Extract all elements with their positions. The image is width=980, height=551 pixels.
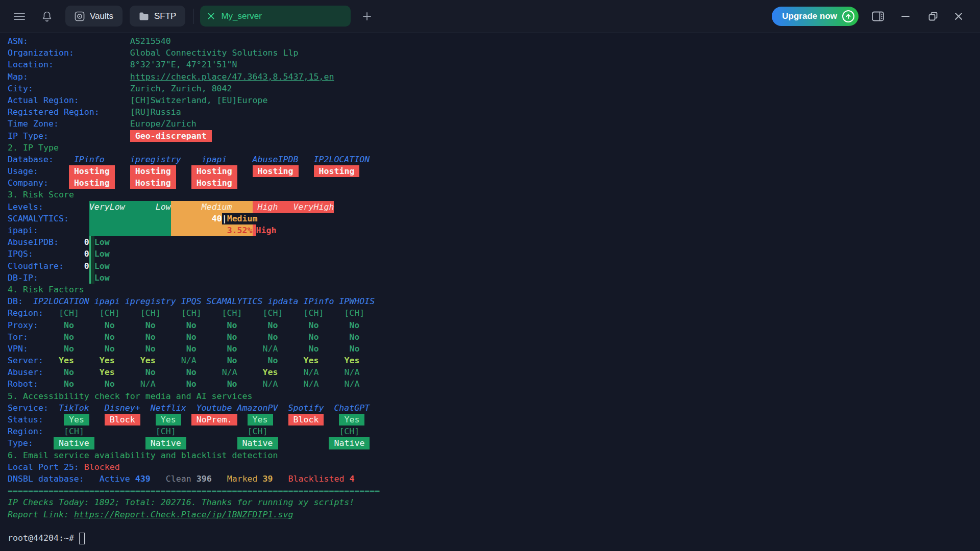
terminal-text: SCAMALYTICS: [8, 213, 89, 224]
terminal-text: Yes [339, 414, 364, 425]
terminal-text [94, 437, 145, 449]
terminal-text: No No No No No No No No [48, 331, 375, 343]
terminal-text: Service: [8, 402, 59, 414]
bar-strip [253, 224, 256, 236]
terminal-text: 39 [263, 473, 273, 485]
terminal-text: Native [145, 437, 186, 449]
terminal-text: [RU]Russia [130, 106, 181, 118]
tab-title: My_server [221, 11, 261, 21]
terminal-text: AbuseIPDB: [8, 236, 84, 248]
terminal-text: Yes [248, 414, 273, 425]
terminal-line: 2. IP Type [8, 142, 980, 154]
terminal-link[interactable]: https://Report.Check.Place/ip/1BNZFDIP1.… [74, 509, 293, 520]
upgrade-label: Upgrade now [782, 11, 837, 21]
terminal-text: Registered Region: [8, 106, 130, 118]
terminal-line: Proxy: No No No No No No No No [8, 319, 980, 331]
terminal-text [115, 177, 130, 189]
tabbar-divider [193, 9, 194, 24]
terminal-text: DB: [8, 295, 33, 307]
vaults-button[interactable]: Vaults [65, 6, 122, 27]
terminal-text: NoPrem. [191, 414, 237, 425]
terminal-text: High VeryHigh [253, 201, 334, 213]
terminal-line: IP Type: Geo-discrepant [8, 130, 980, 142]
terminal-line: Company: Hosting Hosting Hosting [8, 177, 980, 189]
terminal-line: 5. Accessibility check for media and AI … [8, 390, 980, 402]
terminal-text: ASN: [8, 35, 130, 47]
terminal-text [140, 414, 156, 425]
terminal-line [8, 520, 980, 532]
terminal-text: Map: [8, 71, 130, 83]
terminal-line: Region: [CH] [CH] [CH] [CH] [8, 425, 980, 437]
terminal-link[interactable]: https://check.place/47.3643,8.5437,15,en [130, 71, 334, 83]
terminal-text [186, 437, 237, 449]
terminal-text: Block [105, 414, 140, 425]
plus-icon [362, 12, 372, 21]
hamburger-icon [13, 11, 26, 21]
upgrade-arrow-icon [842, 10, 854, 22]
terminal-text: 2. IP Type [8, 142, 59, 154]
terminal-text: 0 [84, 248, 89, 260]
terminal-line: 3. Risk Score [8, 189, 980, 201]
terminal-text [171, 213, 212, 224]
terminal-line: IP Checks Today: 1892; Total: 202716. Th… [8, 496, 980, 508]
terminal-text: Cloudflare: [8, 260, 84, 272]
terminal-text [89, 224, 171, 236]
terminal-text: ========================================… [8, 485, 380, 496]
terminal-text: Hosting [130, 165, 176, 177]
terminal-text: Database: [8, 154, 74, 165]
terminal-text [237, 414, 248, 425]
terminal-text: Yes [156, 414, 181, 425]
menu-button[interactable] [10, 7, 29, 26]
terminal-text: Native [237, 437, 278, 449]
terminal-text: N/A [212, 366, 253, 378]
terminal-line: Map: https://check.place/47.3643,8.5437,… [8, 71, 980, 83]
terminal-text: N/A [253, 343, 293, 355]
terminal-text: Hosting [253, 165, 299, 177]
terminal-text: Blocked [84, 461, 120, 473]
terminal-text: Proxy: [8, 319, 48, 331]
panel-toggle-button[interactable] [869, 7, 887, 26]
terminal-text: Organization: [8, 47, 130, 59]
terminal-text: Low [94, 260, 110, 272]
terminal-text: 6. Email service availability and blackl… [8, 449, 278, 461]
sftp-button[interactable]: SFTP [130, 6, 185, 27]
terminal-line: SCAMALYTICS: 40|Medium [8, 213, 980, 224]
terminal-text: 5. Accessibility check for media and AI … [8, 390, 253, 402]
terminal-text: Hosting [191, 177, 237, 189]
terminal-text: Block [288, 414, 324, 425]
close-button[interactable] [949, 7, 968, 26]
terminal-text [89, 213, 171, 224]
title-bar: Vaults SFTP My_server U [0, 0, 980, 33]
terminal-text: IPQS: [8, 248, 84, 260]
terminal-line: AbuseIPDB: 0Low [8, 236, 980, 248]
terminal-text: Native [329, 437, 370, 449]
terminal-text: Yes Yes [293, 355, 375, 366]
terminal-text: N/A [171, 355, 212, 366]
terminal-text: [CH] [CH] [CH] [CH] [CH] [CH] [CH] [CH] [48, 307, 375, 319]
terminal-text: No No No No No No No No [48, 319, 375, 331]
terminal-text: IPinfo ipregistry ipapi AbuseIPDB IP2LOC… [74, 154, 370, 165]
notifications-button[interactable] [38, 7, 56, 26]
terminal-text: Low [94, 236, 110, 248]
close-tab-icon[interactable] [207, 12, 215, 20]
upgrade-button[interactable]: Upgrade now [772, 7, 859, 26]
terminal-line: Levels: VeryLow Low Medium High VeryHigh [8, 201, 980, 213]
terminal-text: Yes [89, 366, 130, 378]
terminal-text: Usage: [8, 165, 69, 177]
maximize-button[interactable] [924, 7, 942, 26]
terminal-line: 4. Risk Factors [8, 284, 980, 295]
new-tab-button[interactable] [358, 7, 376, 26]
terminal-text: Region: [8, 307, 48, 319]
terminal-text: root@44204:~# [8, 532, 79, 544]
terminal-line: Actual Region: [CH]Switzerland, [EU]Euro… [8, 94, 980, 106]
terminal-text: No No [293, 343, 375, 355]
terminal-text: No No [130, 366, 212, 378]
terminal-line: Type: Native Native Native Native [8, 437, 980, 449]
terminal-text: [CH]Switzerland, [EU]Europe [130, 94, 268, 106]
tab-my-server[interactable]: My_server [200, 6, 351, 27]
terminal-line: Server: Yes Yes Yes N/A No No Yes Yes [8, 355, 980, 366]
terminal-text: Low [94, 272, 110, 284]
terminal-line: Organization: Global Connectivity Soluti… [8, 47, 980, 59]
terminal-text: 0 [84, 260, 89, 272]
minimize-button[interactable] [896, 7, 915, 26]
